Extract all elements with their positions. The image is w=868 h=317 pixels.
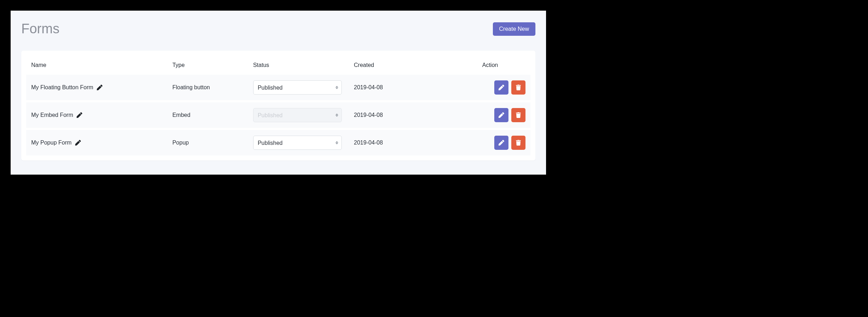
status-select[interactable]: Published [253,80,342,95]
cell-type: Popup [167,129,248,155]
table-row: My Floating Button FormFloating buttonPu… [26,75,530,101]
table-header-row: Name Type Status Created Action [26,56,530,75]
cell-action [450,75,530,101]
trash-icon [516,112,521,118]
cell-status: Published [248,129,349,155]
pencil-icon[interactable] [75,140,81,146]
table-row: My Popup FormPopupPublished2019-04-08 [26,129,530,155]
create-new-button[interactable]: Create New [493,22,535,36]
status-select[interactable]: Published [253,136,342,150]
col-header-created: Created [349,56,450,75]
pencil-icon [499,140,504,146]
col-header-action: Action [450,56,530,75]
edit-button[interactable] [494,80,508,95]
pencil-icon[interactable] [97,85,102,90]
edit-button[interactable] [494,108,508,122]
pencil-icon [499,85,504,90]
page-header: Forms Create New [21,21,535,36]
cell-type: Embed [167,101,248,129]
status-select: Published [253,108,342,122]
pencil-icon [499,112,504,118]
cell-name: My Floating Button Form [26,75,167,101]
col-header-status: Status [248,56,349,75]
forms-card: Name Type Status Created Action My Float… [21,51,535,160]
cell-name: My Embed Form [26,101,167,129]
delete-button[interactable] [511,108,525,122]
forms-table: Name Type Status Created Action My Float… [26,56,530,155]
page-title: Forms [21,21,60,36]
cell-status: Published [248,101,349,129]
col-header-type: Type [167,56,248,75]
delete-button[interactable] [511,80,525,95]
form-name: My Floating Button Form [31,84,93,91]
trash-icon [516,85,521,90]
cell-created: 2019-04-08 [349,129,450,155]
table-row: My Embed FormEmbedPublished2019-04-08 [26,101,530,129]
delete-button[interactable] [511,136,525,150]
pencil-icon[interactable] [77,112,82,118]
cell-created: 2019-04-08 [349,101,450,129]
form-name: My Embed Form [31,112,73,118]
col-header-name: Name [26,56,167,75]
cell-created: 2019-04-08 [349,75,450,101]
cell-action [450,129,530,155]
forms-page: Forms Create New Name Type Status Create… [11,11,546,175]
cell-type: Floating button [167,75,248,101]
cell-name: My Popup Form [26,129,167,155]
trash-icon [516,140,521,146]
form-name: My Popup Form [31,140,72,146]
cell-action [450,101,530,129]
edit-button[interactable] [494,136,508,150]
cell-status: Published [248,75,349,101]
